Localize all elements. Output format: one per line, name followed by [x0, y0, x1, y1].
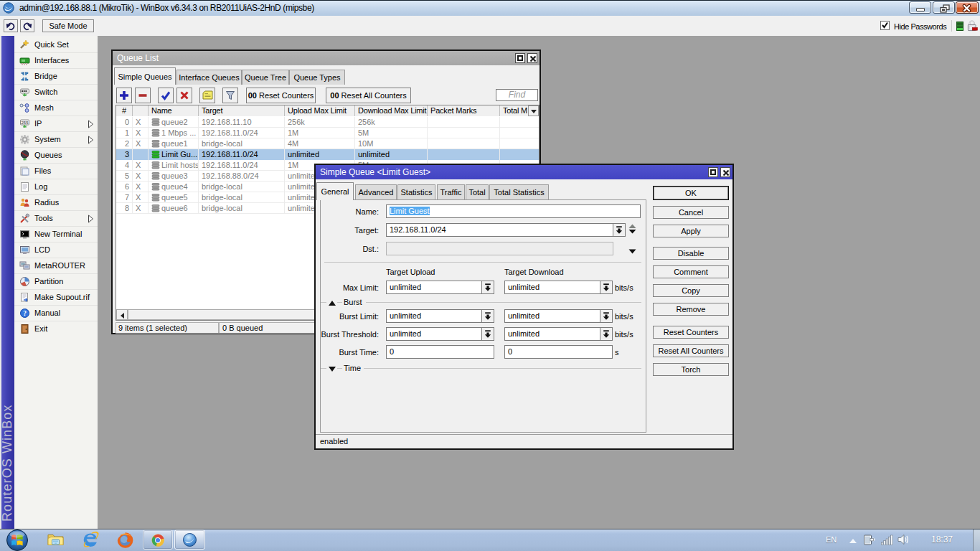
svg-text:255: 255	[21, 121, 29, 125]
svg-text:?: ?	[23, 310, 27, 317]
